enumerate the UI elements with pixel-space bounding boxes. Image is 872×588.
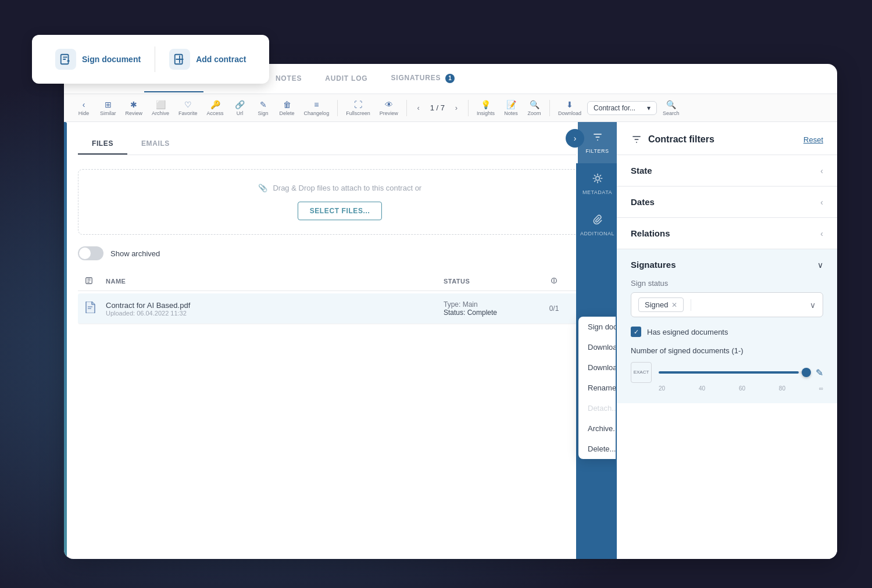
- sign-status-label: Sign status: [631, 279, 823, 288]
- show-archived-toggle[interactable]: [78, 246, 103, 260]
- delete-button[interactable]: 🗑 Delete: [276, 98, 298, 119]
- notes-button[interactable]: 📝 Notes: [501, 98, 521, 119]
- contract-dropdown[interactable]: Contract for... ▾: [587, 101, 657, 115]
- tab-audit-log[interactable]: AUDIT LOG: [313, 66, 379, 92]
- similar-button[interactable]: ⊞ Similar: [97, 98, 120, 119]
- hide-button[interactable]: ‹ Hide: [73, 98, 94, 119]
- file-icon: [85, 302, 106, 315]
- add-contract-button[interactable]: Add contract: [158, 44, 258, 74]
- signatures-content: Sign status Signed ✕ ∨ ✓ Has esigned doc: [617, 279, 837, 403]
- review-icon: ✱: [130, 100, 137, 109]
- favorite-button[interactable]: ♡ Favorite: [175, 98, 201, 119]
- download-icon: ⬇: [566, 100, 573, 109]
- context-detach: Detach...: [578, 398, 616, 418]
- notes-icon: 📝: [506, 100, 516, 109]
- tab-notes[interactable]: NOTES: [264, 66, 313, 92]
- esigned-checkbox[interactable]: ✓: [631, 327, 641, 337]
- slider-container[interactable]: [659, 367, 806, 378]
- filter-section-dates-header[interactable]: Dates ‹: [617, 187, 837, 217]
- filter-signatures-chevron-icon: ∨: [817, 260, 823, 270]
- page-navigation: ‹ 1 / 7 ›: [412, 101, 463, 115]
- filter-reset-button[interactable]: Reset: [803, 135, 823, 144]
- changelog-icon: ≡: [314, 100, 319, 109]
- filters-icon: [592, 131, 603, 146]
- sign-status-dropdown[interactable]: Signed ✕ ∨: [631, 292, 823, 317]
- blue-stripe-decoration: [64, 122, 67, 559]
- sign-document-label: Sign document: [82, 54, 141, 64]
- favorite-icon: ♡: [184, 100, 192, 109]
- left-panel: FILES EMAILS 📎 Drag & Drop files to atta…: [64, 122, 616, 559]
- file-date: Uploaded: 06.04.2022 11:32: [106, 310, 444, 317]
- changelog-button[interactable]: ≡ Changelog: [301, 98, 333, 119]
- context-archive[interactable]: Archive...: [578, 418, 616, 439]
- exact-checkbox[interactable]: EXACT: [631, 362, 652, 383]
- archive-button[interactable]: ⬜ Archive: [148, 98, 173, 119]
- filter-section-signatures: Signatures ∨ Sign status Signed ✕ ∨: [617, 249, 837, 403]
- contract-dropdown-arrow: ▾: [647, 104, 651, 112]
- sign-document-icon: [55, 49, 76, 70]
- download-button[interactable]: ⬇ Download: [555, 98, 585, 119]
- page-next-button[interactable]: ›: [449, 101, 463, 115]
- slider-thumb[interactable]: [802, 368, 811, 377]
- slider-row: EXACT ✎: [631, 362, 823, 383]
- file-count: 0/1: [537, 304, 571, 313]
- sign-document-button[interactable]: Sign document: [44, 44, 152, 74]
- archive-icon: ⬜: [156, 100, 166, 109]
- filter-section-relations-header[interactable]: Relations ‹: [617, 218, 837, 249]
- search-button[interactable]: 🔍 Search: [659, 98, 683, 119]
- review-button[interactable]: ✱ Review: [122, 98, 146, 119]
- page-prev-button[interactable]: ‹: [412, 101, 426, 115]
- insights-button[interactable]: 💡 Insights: [473, 98, 498, 119]
- filter-panel-title: Contract filters: [648, 134, 714, 145]
- file-name: Contract for AI Based.pdf: [106, 301, 444, 310]
- context-menu: Sign document... Download... Download as…: [578, 317, 616, 459]
- context-delete[interactable]: Delete...: [578, 439, 616, 459]
- col-header-name: NAME: [106, 278, 444, 285]
- sign-tag-remove-button[interactable]: ✕: [671, 301, 677, 309]
- svg-point-7: [595, 177, 599, 181]
- context-download[interactable]: Download...: [578, 337, 616, 357]
- filter-section-state-header[interactable]: State ‹: [617, 155, 837, 186]
- show-archived-label: Show archived: [110, 249, 160, 258]
- slider-edit-button[interactable]: ✎: [816, 367, 823, 378]
- select-files-button[interactable]: SELECT FILES...: [298, 202, 383, 220]
- slider-label-40: 40: [699, 385, 705, 392]
- sidebar-arrow-button[interactable]: ›: [566, 129, 584, 148]
- signed-docs-label: Number of signed documents (1-): [631, 346, 823, 355]
- file-type: Type: Main: [444, 300, 537, 309]
- sub-tab-emails[interactable]: EMAILS: [127, 134, 184, 155]
- filter-relations-chevron-icon: ‹: [820, 229, 823, 238]
- zoom-icon: 🔍: [530, 100, 539, 109]
- add-contract-label: Add contract: [196, 54, 246, 64]
- fullscreen-button[interactable]: ⛶ Fullscreen: [342, 98, 374, 119]
- sign-button[interactable]: ✎ Sign: [253, 98, 274, 119]
- preview-button[interactable]: 👁 Preview: [376, 98, 402, 119]
- url-icon: 🔗: [235, 100, 245, 109]
- sub-tab-files[interactable]: FILES: [78, 134, 127, 155]
- context-download-text[interactable]: Download as text...: [578, 357, 616, 378]
- file-table-header: NAME STATUS: [78, 272, 602, 291]
- filter-dates-title: Dates: [631, 197, 655, 207]
- file-status: Status: Complete: [444, 309, 537, 317]
- filter-dates-chevron-icon: ‹: [820, 198, 823, 207]
- tab-signatures[interactable]: SIGNATURES 1: [379, 66, 466, 92]
- sidebar-item-additional[interactable]: ADDITIONAL: [576, 205, 617, 246]
- right-sidebar: › FILTERS METADATA: [616, 122, 837, 559]
- url-button[interactable]: 🔗 Url: [230, 98, 251, 119]
- signatures-badge: 1: [445, 74, 455, 83]
- zoom-button[interactable]: 🔍 Zoom: [524, 98, 545, 119]
- access-button[interactable]: 🔑 Access: [203, 98, 227, 119]
- sidebar-item-metadata[interactable]: METADATA: [576, 163, 617, 205]
- context-rename[interactable]: Rename...: [578, 378, 616, 398]
- context-sign-document[interactable]: Sign document...: [578, 317, 616, 337]
- contract-dropdown-label: Contract for...: [594, 104, 635, 112]
- filter-signatures-title: Signatures: [631, 260, 676, 270]
- content-area: FILES EMAILS 📎 Drag & Drop files to atta…: [64, 122, 837, 559]
- toolbar-divider-1: [337, 100, 338, 116]
- slider-labels: 20 40 60 80 ∞: [631, 385, 823, 392]
- filter-section-signatures-header[interactable]: Signatures ∨: [617, 249, 837, 279]
- toolbar-divider-4: [549, 100, 550, 116]
- add-contract-icon: [169, 49, 190, 70]
- slider-label-60: 60: [739, 385, 745, 392]
- drop-zone: 📎 Drag & Drop files to attach to this co…: [78, 169, 602, 235]
